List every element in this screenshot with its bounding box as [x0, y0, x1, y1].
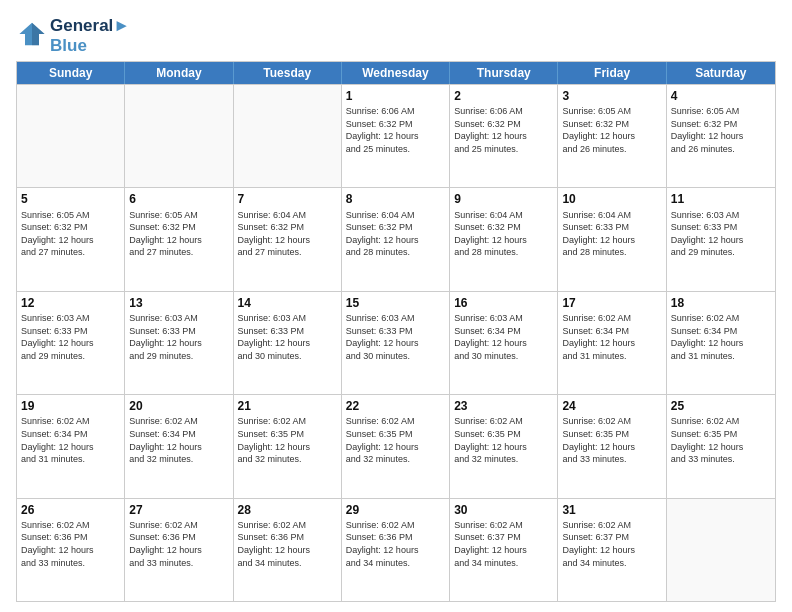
- day-info: Sunrise: 6:04 AM Sunset: 6:32 PM Dayligh…: [454, 209, 553, 259]
- day-info: Sunrise: 6:05 AM Sunset: 6:32 PM Dayligh…: [21, 209, 120, 259]
- day-cell-17: 17Sunrise: 6:02 AM Sunset: 6:34 PM Dayli…: [558, 292, 666, 394]
- day-number: 4: [671, 88, 771, 104]
- day-cell-15: 15Sunrise: 6:03 AM Sunset: 6:33 PM Dayli…: [342, 292, 450, 394]
- day-info: Sunrise: 6:02 AM Sunset: 6:34 PM Dayligh…: [129, 415, 228, 465]
- day-info: Sunrise: 6:02 AM Sunset: 6:36 PM Dayligh…: [346, 519, 445, 569]
- day-cell-27: 27Sunrise: 6:02 AM Sunset: 6:36 PM Dayli…: [125, 499, 233, 601]
- day-cell-16: 16Sunrise: 6:03 AM Sunset: 6:34 PM Dayli…: [450, 292, 558, 394]
- day-cell-6: 6Sunrise: 6:05 AM Sunset: 6:32 PM Daylig…: [125, 188, 233, 290]
- day-info: Sunrise: 6:02 AM Sunset: 6:37 PM Dayligh…: [562, 519, 661, 569]
- day-number: 31: [562, 502, 661, 518]
- day-info: Sunrise: 6:02 AM Sunset: 6:34 PM Dayligh…: [671, 312, 771, 362]
- day-cell-3: 3Sunrise: 6:05 AM Sunset: 6:32 PM Daylig…: [558, 85, 666, 187]
- header-day-wednesday: Wednesday: [342, 62, 450, 84]
- logo: General► Blue: [16, 16, 130, 55]
- header-day-sunday: Sunday: [17, 62, 125, 84]
- day-number: 7: [238, 191, 337, 207]
- day-number: 30: [454, 502, 553, 518]
- logo-text-line2: Blue: [50, 36, 130, 56]
- day-number: 9: [454, 191, 553, 207]
- day-cell-7: 7Sunrise: 6:04 AM Sunset: 6:32 PM Daylig…: [234, 188, 342, 290]
- day-cell-30: 30Sunrise: 6:02 AM Sunset: 6:37 PM Dayli…: [450, 499, 558, 601]
- day-cell-26: 26Sunrise: 6:02 AM Sunset: 6:36 PM Dayli…: [17, 499, 125, 601]
- day-cell-5: 5Sunrise: 6:05 AM Sunset: 6:32 PM Daylig…: [17, 188, 125, 290]
- day-info: Sunrise: 6:02 AM Sunset: 6:35 PM Dayligh…: [346, 415, 445, 465]
- day-info: Sunrise: 6:04 AM Sunset: 6:33 PM Dayligh…: [562, 209, 661, 259]
- day-cell-12: 12Sunrise: 6:03 AM Sunset: 6:33 PM Dayli…: [17, 292, 125, 394]
- day-cell-31: 31Sunrise: 6:02 AM Sunset: 6:37 PM Dayli…: [558, 499, 666, 601]
- day-number: 1: [346, 88, 445, 104]
- day-info: Sunrise: 6:03 AM Sunset: 6:34 PM Dayligh…: [454, 312, 553, 362]
- day-info: Sunrise: 6:06 AM Sunset: 6:32 PM Dayligh…: [346, 105, 445, 155]
- day-number: 19: [21, 398, 120, 414]
- day-info: Sunrise: 6:02 AM Sunset: 6:35 PM Dayligh…: [562, 415, 661, 465]
- day-info: Sunrise: 6:04 AM Sunset: 6:32 PM Dayligh…: [238, 209, 337, 259]
- day-cell-8: 8Sunrise: 6:04 AM Sunset: 6:32 PM Daylig…: [342, 188, 450, 290]
- day-cell-28: 28Sunrise: 6:02 AM Sunset: 6:36 PM Dayli…: [234, 499, 342, 601]
- day-number: 26: [21, 502, 120, 518]
- day-info: Sunrise: 6:02 AM Sunset: 6:36 PM Dayligh…: [21, 519, 120, 569]
- day-info: Sunrise: 6:03 AM Sunset: 6:33 PM Dayligh…: [671, 209, 771, 259]
- day-info: Sunrise: 6:02 AM Sunset: 6:35 PM Dayligh…: [454, 415, 553, 465]
- empty-cell-w0c0: [17, 85, 125, 187]
- day-number: 28: [238, 502, 337, 518]
- day-info: Sunrise: 6:06 AM Sunset: 6:32 PM Dayligh…: [454, 105, 553, 155]
- day-cell-4: 4Sunrise: 6:05 AM Sunset: 6:32 PM Daylig…: [667, 85, 775, 187]
- week-row-2: 5Sunrise: 6:05 AM Sunset: 6:32 PM Daylig…: [17, 187, 775, 290]
- logo-icon: [18, 20, 46, 48]
- header-day-friday: Friday: [558, 62, 666, 84]
- day-number: 24: [562, 398, 661, 414]
- day-cell-2: 2Sunrise: 6:06 AM Sunset: 6:32 PM Daylig…: [450, 85, 558, 187]
- header: General► Blue: [16, 12, 776, 55]
- day-cell-18: 18Sunrise: 6:02 AM Sunset: 6:34 PM Dayli…: [667, 292, 775, 394]
- day-number: 10: [562, 191, 661, 207]
- day-number: 22: [346, 398, 445, 414]
- day-number: 25: [671, 398, 771, 414]
- calendar-body: 1Sunrise: 6:06 AM Sunset: 6:32 PM Daylig…: [17, 84, 775, 601]
- day-info: Sunrise: 6:02 AM Sunset: 6:34 PM Dayligh…: [21, 415, 120, 465]
- day-cell-14: 14Sunrise: 6:03 AM Sunset: 6:33 PM Dayli…: [234, 292, 342, 394]
- day-cell-21: 21Sunrise: 6:02 AM Sunset: 6:35 PM Dayli…: [234, 395, 342, 497]
- calendar-header-row: SundayMondayTuesdayWednesdayThursdayFrid…: [17, 62, 775, 84]
- header-day-monday: Monday: [125, 62, 233, 84]
- day-number: 14: [238, 295, 337, 311]
- logo-text-line1: General►: [50, 16, 130, 36]
- day-info: Sunrise: 6:02 AM Sunset: 6:35 PM Dayligh…: [671, 415, 771, 465]
- day-info: Sunrise: 6:02 AM Sunset: 6:37 PM Dayligh…: [454, 519, 553, 569]
- day-info: Sunrise: 6:02 AM Sunset: 6:35 PM Dayligh…: [238, 415, 337, 465]
- day-number: 11: [671, 191, 771, 207]
- empty-cell-w0c1: [125, 85, 233, 187]
- day-cell-9: 9Sunrise: 6:04 AM Sunset: 6:32 PM Daylig…: [450, 188, 558, 290]
- day-info: Sunrise: 6:02 AM Sunset: 6:34 PM Dayligh…: [562, 312, 661, 362]
- day-cell-13: 13Sunrise: 6:03 AM Sunset: 6:33 PM Dayli…: [125, 292, 233, 394]
- day-info: Sunrise: 6:04 AM Sunset: 6:32 PM Dayligh…: [346, 209, 445, 259]
- header-day-thursday: Thursday: [450, 62, 558, 84]
- week-row-4: 19Sunrise: 6:02 AM Sunset: 6:34 PM Dayli…: [17, 394, 775, 497]
- day-number: 20: [129, 398, 228, 414]
- day-number: 23: [454, 398, 553, 414]
- calendar: SundayMondayTuesdayWednesdayThursdayFrid…: [16, 61, 776, 602]
- day-cell-20: 20Sunrise: 6:02 AM Sunset: 6:34 PM Dayli…: [125, 395, 233, 497]
- day-cell-22: 22Sunrise: 6:02 AM Sunset: 6:35 PM Dayli…: [342, 395, 450, 497]
- day-info: Sunrise: 6:05 AM Sunset: 6:32 PM Dayligh…: [129, 209, 228, 259]
- day-info: Sunrise: 6:02 AM Sunset: 6:36 PM Dayligh…: [129, 519, 228, 569]
- day-info: Sunrise: 6:03 AM Sunset: 6:33 PM Dayligh…: [21, 312, 120, 362]
- day-number: 29: [346, 502, 445, 518]
- day-number: 2: [454, 88, 553, 104]
- week-row-1: 1Sunrise: 6:06 AM Sunset: 6:32 PM Daylig…: [17, 84, 775, 187]
- day-info: Sunrise: 6:02 AM Sunset: 6:36 PM Dayligh…: [238, 519, 337, 569]
- day-cell-11: 11Sunrise: 6:03 AM Sunset: 6:33 PM Dayli…: [667, 188, 775, 290]
- day-number: 16: [454, 295, 553, 311]
- day-number: 27: [129, 502, 228, 518]
- day-info: Sunrise: 6:03 AM Sunset: 6:33 PM Dayligh…: [129, 312, 228, 362]
- day-number: 21: [238, 398, 337, 414]
- empty-cell-w0c2: [234, 85, 342, 187]
- day-number: 17: [562, 295, 661, 311]
- day-number: 15: [346, 295, 445, 311]
- header-day-saturday: Saturday: [667, 62, 775, 84]
- day-cell-25: 25Sunrise: 6:02 AM Sunset: 6:35 PM Dayli…: [667, 395, 775, 497]
- day-cell-19: 19Sunrise: 6:02 AM Sunset: 6:34 PM Dayli…: [17, 395, 125, 497]
- empty-cell-w4c6: [667, 499, 775, 601]
- day-cell-23: 23Sunrise: 6:02 AM Sunset: 6:35 PM Dayli…: [450, 395, 558, 497]
- day-number: 5: [21, 191, 120, 207]
